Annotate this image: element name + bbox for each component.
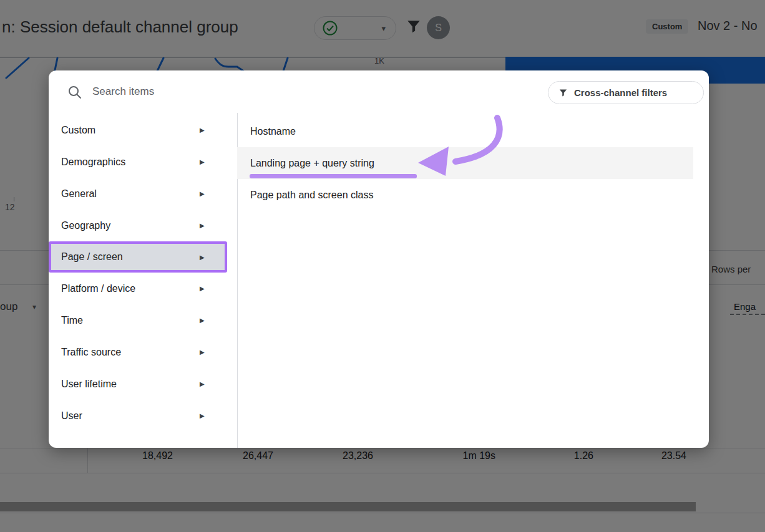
chevron-right-icon: ▶ — [200, 349, 205, 355]
dimension-list: Hostname Landing page + query string Pag… — [237, 115, 709, 211]
category-traffic-source[interactable]: Traffic source ▶ — [49, 336, 237, 368]
category-user-lifetime[interactable]: User lifetime ▶ — [49, 368, 237, 400]
chevron-right-icon: ▶ — [200, 190, 205, 197]
filter-icon — [558, 88, 568, 97]
category-custom[interactable]: Custom ▶ — [49, 114, 237, 146]
chevron-right-icon: ▶ — [200, 285, 205, 292]
category-user[interactable]: User ▶ — [49, 400, 237, 432]
chevron-right-icon: ▶ — [200, 380, 205, 387]
category-time[interactable]: Time ▶ — [49, 304, 237, 336]
cross-channel-filters-label: Cross-channel filters — [574, 87, 667, 98]
category-general[interactable]: General ▶ — [49, 178, 237, 210]
category-demographics[interactable]: Demographics ▶ — [49, 146, 237, 178]
search-input[interactable] — [92, 81, 442, 102]
cross-channel-filters-button[interactable]: Cross-channel filters — [548, 81, 704, 104]
dimension-hostname[interactable]: Hostname — [237, 115, 709, 147]
chevron-right-icon: ▶ — [200, 412, 205, 419]
dimension-picker-dialog: Cross-channel filters Custom ▶ Demograph… — [49, 70, 709, 448]
category-page-screen[interactable]: Page / screen ▶ — [49, 241, 227, 273]
search-icon — [67, 85, 82, 100]
chevron-right-icon: ▶ — [200, 317, 205, 324]
chevron-right-icon: ▶ — [200, 158, 205, 165]
chevron-right-icon: ▶ — [200, 222, 205, 229]
category-platform-device[interactable]: Platform / device ▶ — [49, 273, 237, 304]
annotation-underline — [250, 174, 417, 178]
category-geography[interactable]: Geography ▶ — [49, 210, 237, 241]
chevron-right-icon: ▶ — [200, 254, 205, 261]
dialog-header: Cross-channel filters — [49, 70, 709, 113]
dimension-page-path-screen-class[interactable]: Page path and screen class — [237, 179, 709, 211]
chevron-right-icon: ▶ — [200, 127, 205, 133]
category-menu: Custom ▶ Demographics ▶ General ▶ Geogra… — [49, 114, 237, 432]
